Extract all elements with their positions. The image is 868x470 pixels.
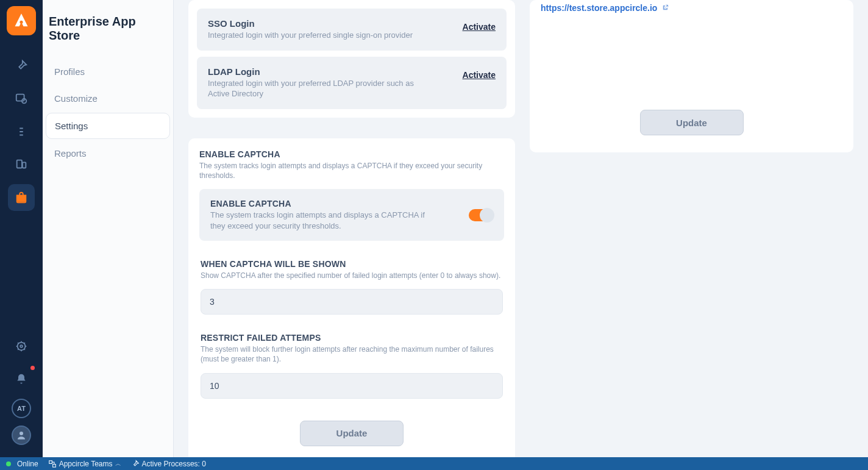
captcha-update-button[interactable]: Update [300, 421, 404, 446]
brand-logo [7, 6, 36, 35]
svg-rect-5 [17, 195, 26, 202]
nav-settings-gear-icon[interactable] [8, 333, 35, 360]
nav-build-icon[interactable] [8, 52, 35, 79]
processes-icon [131, 460, 140, 468]
captcha-toggle-title: ENABLE CAPTCHA [210, 199, 430, 208]
nav-devices-icon[interactable] [8, 151, 35, 178]
user-avatar[interactable] [12, 425, 31, 445]
page-title: Enterprise App Store [43, 0, 173, 57]
captcha-header-title: ENABLE CAPTCHA [199, 149, 504, 159]
svg-rect-9 [49, 460, 52, 463]
main-content: SSO Login Integrated login with your pre… [174, 0, 868, 457]
status-online[interactable]: Online [6, 460, 38, 468]
captcha-restrict-desc: The system will block further login atte… [201, 344, 503, 364]
ldap-login-title: LDAP Login [208, 66, 427, 77]
ldap-login-desc: Integrated login with your preferred LDA… [208, 78, 427, 99]
status-processes-label: Active Processes: 0 [142, 460, 206, 468]
status-processes[interactable]: Active Processes: 0 [131, 460, 206, 468]
appcircle-logo-icon [13, 12, 30, 29]
svg-rect-10 [52, 464, 55, 467]
status-teams[interactable]: Appcircle Teams ︿ [48, 460, 121, 468]
notification-dot-icon [30, 366, 35, 370]
nav-cert-icon[interactable] [8, 85, 35, 112]
captcha-card: ENABLE CAPTCHA The system tracks login a… [188, 138, 515, 457]
svg-rect-3 [17, 160, 22, 168]
teams-icon [48, 460, 57, 468]
captcha-header-desc: The system tracks login attempts and dis… [199, 161, 504, 180]
store-url-text: https://test.store.appcircle.io [541, 3, 657, 13]
store-url-card: https://test.store.appcircle.io Update [530, 0, 853, 152]
subnav-reports[interactable]: Reports [46, 141, 170, 166]
external-link-icon [662, 4, 669, 13]
captcha-toggle[interactable] [469, 209, 493, 221]
svg-rect-4 [23, 162, 26, 168]
store-url-link[interactable]: https://test.store.appcircle.io [541, 3, 669, 13]
captcha-toggle-desc: The system tracks login attempts and dis… [210, 210, 430, 231]
svg-point-7 [20, 345, 23, 347]
status-bar: Online Appcircle Teams ︿ Active Processe… [0, 457, 868, 470]
svg-point-0 [20, 21, 23, 24]
ldap-activate-link[interactable]: Activate [463, 66, 496, 80]
status-teams-label: Appcircle Teams [59, 460, 113, 468]
captcha-when-title: WHEN CAPTCHA WILL BE SHOWN [201, 259, 503, 269]
nav-notifications-icon[interactable] [8, 366, 35, 393]
subnav-customize[interactable]: Customize [46, 86, 170, 111]
chevron-up-icon: ︿ [115, 460, 121, 468]
subnav-settings[interactable]: Settings [46, 113, 170, 139]
nav-distribute-icon[interactable] [8, 118, 35, 145]
store-url-update-button[interactable]: Update [640, 110, 744, 135]
captcha-restrict-block: RESTRICT FAILED ATTEMPS The system will … [199, 333, 504, 398]
login-methods-card: SSO Login Integrated login with your pre… [188, 0, 515, 118]
svg-rect-1 [16, 94, 24, 101]
captcha-restrict-input[interactable] [201, 373, 503, 399]
online-dot-icon [6, 461, 11, 466]
svg-point-6 [18, 343, 26, 351]
captcha-restrict-title: RESTRICT FAILED ATTEMPS [201, 333, 503, 343]
captcha-when-desc: Show CAPTCHA after the specified number … [201, 271, 503, 280]
section-subnav: Enterprise App Store Profiles Customize … [43, 0, 174, 457]
subnav-profiles[interactable]: Profiles [46, 59, 170, 84]
sso-login-desc: Integrated login with your preferred sin… [208, 30, 413, 41]
sso-activate-link[interactable]: Activate [463, 18, 496, 32]
svg-point-8 [20, 432, 23, 435]
nav-rail: AT [0, 0, 43, 457]
sso-login-title: SSO Login [208, 18, 413, 29]
team-initials-avatar[interactable]: AT [12, 399, 31, 418]
captcha-enable-row: ENABLE CAPTCHA The system tracks login a… [199, 189, 504, 241]
sso-login-row: SSO Login Integrated login with your pre… [197, 9, 507, 51]
ldap-login-row: LDAP Login Integrated login with your pr… [197, 57, 507, 109]
captcha-when-block: WHEN CAPTCHA WILL BE SHOWN Show CAPTCHA … [199, 259, 504, 315]
status-online-label: Online [17, 460, 38, 468]
captcha-when-input[interactable] [201, 289, 503, 315]
nav-enterprise-store-icon[interactable] [8, 184, 35, 211]
